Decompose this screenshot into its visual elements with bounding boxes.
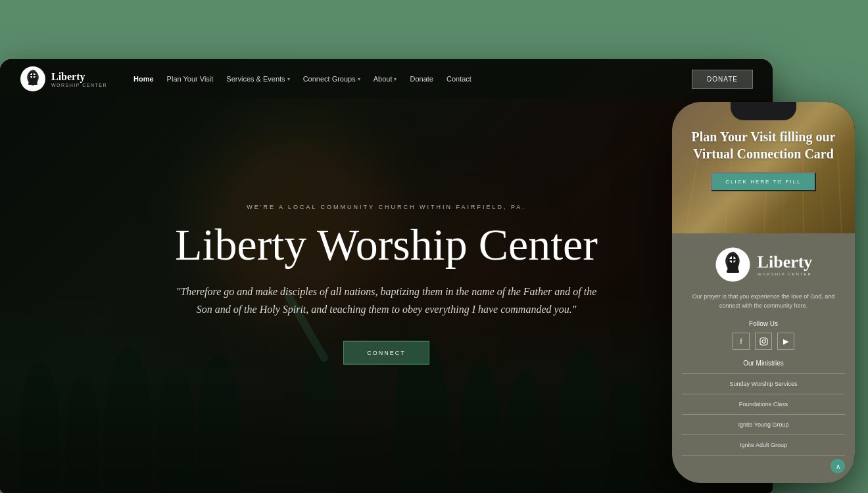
phone-ministries-label: Our Ministries: [682, 360, 845, 367]
scroll-to-top-button[interactable]: ∧: [831, 459, 845, 473]
liberty-logo-icon: [20, 66, 46, 92]
ministry-adult[interactable]: Ignite Adult Group: [682, 434, 845, 456]
phone-logo-name: Liberty: [758, 252, 813, 271]
hero-title: Liberty Worship Center: [173, 220, 600, 270]
nav-links: Home Plan Your Visit Services & Events ▾…: [133, 75, 692, 83]
svg-point-20: [762, 340, 765, 343]
phone-mockup: Plan Your Visit filling our Virtual Conn…: [672, 102, 855, 483]
youtube-icon[interactable]: ▶: [777, 333, 794, 350]
phone-bottom-section: Liberty WORSHIP CENTER Our prayer is tha…: [672, 233, 855, 483]
phone-logo-section: Liberty WORSHIP CENTER: [682, 246, 845, 283]
hero-quote: "Therefore go and make disciples of all …: [173, 282, 600, 317]
phone-follow-label: Follow Us: [682, 320, 845, 327]
phone-screen: Plan Your Visit filling our Virtual Conn…: [672, 102, 855, 483]
svg-rect-4: [30, 75, 36, 76]
svg-point-21: [765, 339, 765, 339]
ministry-young[interactable]: Ignite Young Group: [682, 414, 845, 434]
svg-rect-1: [28, 83, 37, 85]
nav-contact[interactable]: Contact: [446, 75, 471, 83]
nav-about[interactable]: About ▾: [374, 75, 397, 83]
services-chevron-icon: ▾: [287, 76, 290, 82]
website-content: Liberty WORSHIP CENTER Home Plan Your Vi…: [0, 59, 773, 493]
nav-logo-name: Liberty: [51, 71, 85, 82]
nav-home[interactable]: Home: [133, 75, 154, 83]
about-chevron-icon: ▾: [394, 76, 397, 82]
navbar: Liberty WORSHIP CENTER Home Plan Your Vi…: [0, 59, 773, 99]
facebook-icon[interactable]: f: [733, 333, 750, 350]
phone-top-section: Plan Your Visit filling our Virtual Conn…: [672, 102, 855, 233]
svg-rect-15: [727, 270, 739, 273]
instagram-icon[interactable]: [755, 333, 772, 350]
nav-connect-groups[interactable]: Connect Groups ▾: [303, 75, 360, 83]
nav-plan-visit[interactable]: Plan Your Visit: [167, 75, 214, 83]
fill-button[interactable]: CLICK HERE TO FILL: [711, 172, 815, 191]
ministry-foundations[interactable]: Foundations Class: [682, 394, 845, 414]
nav-logo-text-group: Liberty WORSHIP CENTER: [51, 71, 107, 87]
svg-rect-18: [729, 259, 736, 261]
nav-logo[interactable]: Liberty WORSHIP CENTER: [20, 66, 107, 92]
phone-prayer-text: Our prayer is that you experience the lo…: [682, 293, 845, 310]
connect-chevron-icon: ▾: [358, 76, 360, 82]
nav-donate[interactable]: Donate: [410, 75, 433, 83]
phone-social-icons: f ▶: [682, 333, 845, 350]
donate-button[interactable]: DONATE: [692, 70, 753, 89]
phone-liberty-logo-icon: [715, 246, 751, 283]
phone-logo-text-group: Liberty WORSHIP CENTER: [758, 254, 813, 276]
phone-logo-subtext: WORSHIP CENTER: [758, 272, 813, 276]
instagram-svg: [760, 337, 768, 346]
phone-top-content: Plan Your Visit filling our Virtual Conn…: [672, 128, 855, 191]
hero-subtitle: WE'RE A LOCAL COMMUNITY CHURCH WITHIN FA…: [173, 204, 600, 210]
phone-ministries-list: Sunday Worship Services Foundations Clas…: [682, 373, 845, 456]
connect-button[interactable]: CONNECT: [343, 341, 429, 365]
hero-content: WE'RE A LOCAL COMMUNITY CHURCH WITHIN FA…: [173, 204, 600, 365]
nav-services[interactable]: Services & Events ▾: [226, 75, 289, 83]
laptop-mockup: Liberty WORSHIP CENTER Home Plan Your Vi…: [0, 59, 773, 493]
phone-plan-visit-title: Plan Your Visit filling our Virtual Conn…: [685, 128, 842, 162]
nav-logo-subtext: WORSHIP CENTER: [51, 83, 107, 87]
ministry-sunday[interactable]: Sunday Worship Services: [682, 373, 845, 394]
svg-rect-19: [760, 338, 767, 345]
phone-logo-container: Liberty WORSHIP CENTER: [682, 246, 845, 283]
phone-notch: [731, 102, 796, 120]
